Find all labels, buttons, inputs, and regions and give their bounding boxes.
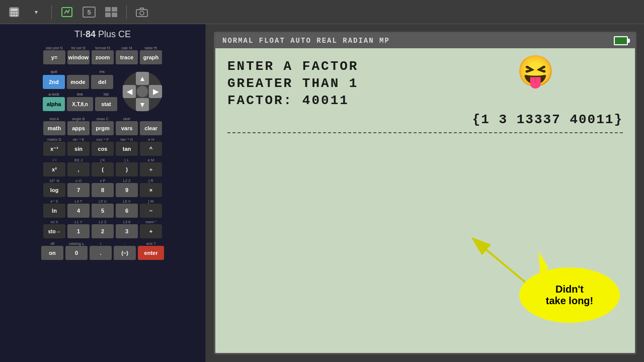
svg-rect-1 <box>11 9 18 11</box>
key-group-tan: tan⁻¹ G tan <box>116 137 138 156</box>
btn-comma[interactable]: , <box>67 162 90 176</box>
btn-ln[interactable]: ln <box>43 204 65 218</box>
btn-5[interactable]: 5 <box>92 204 114 218</box>
btn-graph[interactable]: graph <box>140 50 162 64</box>
row10-buttons: off on catalog ʟ 0 i . : (−) ans ? enter <box>4 241 201 260</box>
btn-vars[interactable]: vars <box>116 121 138 135</box>
btn-sin[interactable]: sin <box>67 142 90 156</box>
btn-stat[interactable]: stat <box>95 97 117 111</box>
key-group-8: v P 8 <box>92 178 114 197</box>
label-multiply: [ R <box>148 178 153 183</box>
key-group-divide: e M ÷ <box>140 158 162 176</box>
label-rparen: } L <box>125 158 129 162</box>
btn-xsq[interactable]: x² <box>43 162 65 176</box>
btn-mode[interactable]: mode <box>67 75 89 89</box>
btn-apps[interactable]: apps <box>67 121 90 135</box>
btn-multiply[interactable]: × <box>140 183 162 197</box>
key-group-log: 10ˣ N log <box>43 178 65 197</box>
key-group-0: catalog ʟ 0 <box>65 241 88 260</box>
btn-cos[interactable]: cos <box>92 142 114 156</box>
key-group-cos: cos⁻¹ F cos <box>92 137 114 156</box>
dpad-down[interactable]: ▼ <box>136 98 149 111</box>
label-9: L2 Z <box>123 178 130 183</box>
key-group-clear: · clear <box>140 117 162 135</box>
btn-neg[interactable]: (−) <box>114 246 136 260</box>
speech-bubble-text: Didn'ttake long! <box>546 284 593 307</box>
app2-icon[interactable]: 5 <box>80 3 98 21</box>
calculator-icon[interactable] <box>5 3 23 21</box>
btn-log[interactable]: log <box>43 183 65 197</box>
btn-2nd[interactable]: 2nd <box>43 75 65 89</box>
calculator-panel: TI-84 Plus CE stat plot f1 tbl set f2 fo… <box>0 24 206 362</box>
btn-dot[interactable]: . <box>90 246 112 260</box>
dropdown-icon[interactable]: ▾ <box>27 3 45 21</box>
btn-sto[interactable]: sto→ <box>43 224 65 238</box>
btn-rparen[interactable]: ) <box>116 162 138 176</box>
btn-plus[interactable]: + <box>140 224 162 238</box>
btn-zoom[interactable]: zoom <box>92 50 114 64</box>
label-yequals-top: stat plot f1 <box>46 46 63 50</box>
svg-rect-2 <box>11 12 13 14</box>
btn-window[interactable]: window <box>67 50 90 64</box>
btn-on[interactable]: on <box>41 246 63 260</box>
key-group-rparen: } L ) <box>116 158 138 176</box>
label-clear-top: · <box>150 117 151 121</box>
btn-alpha[interactable]: alpha <box>43 97 65 111</box>
app3-icon[interactable] <box>102 3 120 21</box>
camera-icon[interactable] <box>133 3 151 21</box>
svg-rect-7 <box>16 15 18 16</box>
calc-title: TI-84 Plus CE <box>74 29 131 40</box>
dpad-right[interactable]: ▶ <box>149 85 162 98</box>
btn-8[interactable]: 8 <box>92 183 114 197</box>
btn-prgm[interactable]: prgm <box>92 121 114 135</box>
btn-2[interactable]: 2 <box>92 224 114 238</box>
key-group-del: ins del <box>91 69 113 89</box>
key-group-apps: angle B apps <box>67 117 90 135</box>
btn-divide[interactable]: ÷ <box>140 162 162 176</box>
key-group-sto: rcl X sto→ <box>43 220 65 238</box>
btn-1[interactable]: 1 <box>67 224 90 238</box>
dpad-enter[interactable] <box>136 85 149 98</box>
row9-buttons: rcl X sto→ L1 Y 1 L2 Z 2 L3 θ 3 mem " + <box>4 220 201 238</box>
key-group-9: L2 Z 9 <box>116 178 138 197</box>
key-group-4: L4 T 4 <box>67 199 90 218</box>
btn-minus[interactable]: − <box>140 204 162 218</box>
btn-clear[interactable]: clear <box>140 121 162 135</box>
btn-4[interactable]: 4 <box>67 204 90 218</box>
btn-del[interactable]: del <box>91 75 113 89</box>
svg-rect-11 <box>105 7 111 12</box>
btn-xinverse[interactable]: x⁻¹ <box>43 142 65 156</box>
label-enter-top: ans ? <box>146 241 155 246</box>
label-graph-top: table f5 <box>145 46 157 50</box>
dpad-left[interactable]: ◀ <box>123 85 136 98</box>
screen-content: ENTER A FACTOR GREATER THAN 1 FACTOR: 40… <box>215 48 635 353</box>
svg-rect-14 <box>112 13 117 17</box>
app1-icon[interactable] <box>58 3 76 21</box>
btn-lparen[interactable]: ( <box>92 162 114 176</box>
btn-0[interactable]: 0 <box>65 246 88 260</box>
btn-math[interactable]: math <box>43 121 65 135</box>
label-cos: cos⁻¹ F <box>97 137 109 142</box>
row7-buttons: 10ˣ N log u O 7 v P 8 L2 Z 9 [ R × <box>4 178 201 197</box>
dpad-cell-empty-tl <box>123 72 136 85</box>
btn-yequals[interactable]: y= <box>43 50 65 64</box>
btn-3[interactable]: 3 <box>116 224 138 238</box>
btn-9[interactable]: 9 <box>116 183 138 197</box>
btn-7[interactable]: 7 <box>67 183 90 197</box>
svg-rect-6 <box>13 15 15 16</box>
status-bar-text: NORMAL FLOAT AUTO REAL RADIAN MP <box>222 37 390 45</box>
btn-xt[interactable]: X,T,θ,n <box>67 97 93 111</box>
btn-caret[interactable]: ^ <box>140 142 162 156</box>
btn-6[interactable]: 6 <box>116 204 138 218</box>
label-dot-i: i <box>100 241 101 246</box>
row4-buttons: test A math angle B apps draw C prgm dis… <box>4 117 201 135</box>
label-lparen: { K <box>100 158 105 162</box>
btn-enter[interactable]: enter <box>138 246 164 260</box>
speech-bubble: Didn'ttake long! <box>519 267 620 323</box>
btn-trace[interactable]: trace <box>116 50 138 64</box>
label-prgm: draw C <box>97 117 109 121</box>
dpad-cell-empty-br <box>149 98 162 111</box>
dpad-up[interactable]: ▲ <box>136 72 149 85</box>
btn-tan[interactable]: tan <box>116 142 138 156</box>
label-xsq: √ I <box>52 158 56 162</box>
